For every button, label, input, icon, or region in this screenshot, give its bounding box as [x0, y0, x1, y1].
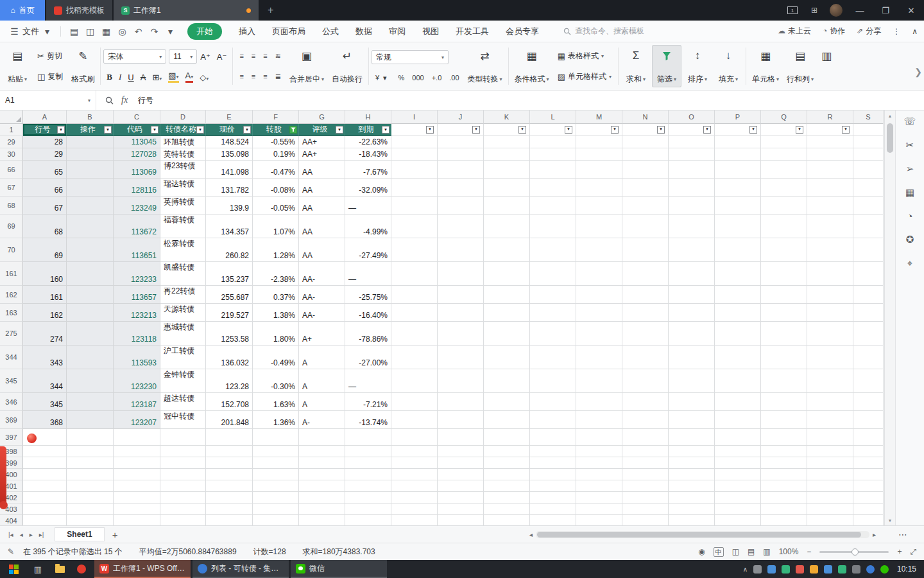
- cell-N346[interactable]: [622, 393, 669, 411]
- filter-dropdown-button[interactable]: ▼: [382, 126, 389, 134]
- screen-record-widget[interactable]: [0, 446, 6, 505]
- cell-K398[interactable]: [484, 446, 530, 457]
- cell-M345[interactable]: [576, 369, 622, 393]
- cell-M398[interactable]: [576, 446, 622, 457]
- cell-B400[interactable]: [67, 469, 114, 480]
- cell-J401[interactable]: [438, 480, 484, 492]
- increase-font-icon[interactable]: A⁺: [200, 52, 210, 62]
- home-tab[interactable]: ⌂ 首页: [0, 0, 45, 21]
- cell-S161[interactable]: [853, 262, 884, 286]
- find-replace-icon[interactable]: ⌖: [907, 258, 912, 269]
- conditional-format-button[interactable]: ▦ 条件格式▾: [511, 45, 552, 87]
- cell-L345[interactable]: [530, 369, 576, 393]
- first-sheet-icon[interactable]: |◂: [8, 531, 13, 538]
- row-header-162[interactable]: 162: [0, 286, 23, 304]
- cell-H68[interactable]: —: [345, 197, 391, 215]
- fill-button[interactable]: ↓ 填充▾: [714, 45, 743, 87]
- phone-transfer-icon[interactable]: ☏: [904, 116, 916, 127]
- cell-S66[interactable]: [853, 161, 884, 179]
- cell-I398[interactable]: [391, 446, 438, 457]
- cell-P398[interactable]: [715, 446, 761, 457]
- header-cell-H[interactable]: 到期▼: [345, 124, 391, 136]
- cell-D161[interactable]: 凯盛转债: [160, 262, 206, 286]
- page-break-view-icon[interactable]: ▥: [763, 547, 770, 556]
- tray-icon[interactable]: [810, 565, 818, 574]
- row-header-163[interactable]: 163: [0, 304, 23, 322]
- cell-F67[interactable]: -0.08%: [253, 179, 299, 197]
- cell-R68[interactable]: [807, 197, 853, 215]
- column-header-O[interactable]: O: [669, 110, 715, 124]
- cell-O67[interactable]: [669, 179, 715, 197]
- tray-icon[interactable]: [796, 565, 804, 574]
- header-cell-K[interactable]: ▼: [484, 124, 530, 136]
- cell-D162[interactable]: 再22转债: [160, 286, 206, 304]
- cell-P404[interactable]: [715, 515, 761, 525]
- clear-format-button[interactable]: ◇▾: [200, 73, 209, 82]
- cell-L66[interactable]: [530, 161, 576, 179]
- cell-R397[interactable]: [807, 429, 853, 446]
- cell-R399[interactable]: [807, 457, 853, 469]
- cell-O398[interactable]: [669, 446, 715, 457]
- header-cell-J[interactable]: ▼: [438, 124, 484, 136]
- cell-A369[interactable]: 368: [23, 411, 67, 429]
- cell-I400[interactable]: [391, 469, 438, 480]
- cell-H69[interactable]: -4.99%: [345, 215, 391, 238]
- cell-D399[interactable]: [160, 457, 206, 469]
- tray-icon[interactable]: [880, 565, 889, 574]
- cell-O346[interactable]: [669, 393, 715, 411]
- quickbar-more-icon[interactable]: ▾: [162, 26, 178, 37]
- cell-F402[interactable]: [253, 492, 299, 504]
- row-header-345[interactable]: 345: [0, 369, 23, 393]
- cell-R345[interactable]: [807, 369, 853, 393]
- cell-C162[interactable]: 113657: [114, 286, 160, 304]
- copy-button[interactable]: ◫复制: [33, 71, 67, 83]
- cell-O161[interactable]: [669, 262, 715, 286]
- share-button[interactable]: ⇗分享: [857, 26, 881, 37]
- magnifier-icon[interactable]: [105, 96, 114, 105]
- cell-B30[interactable]: [67, 148, 114, 161]
- cell-R404[interactable]: [807, 515, 853, 525]
- italic-button[interactable]: I: [119, 72, 121, 82]
- cell-S398[interactable]: [853, 446, 884, 457]
- normal-view-icon[interactable]: ◫: [732, 547, 739, 556]
- cell-J162[interactable]: [438, 286, 484, 304]
- cell-K401[interactable]: [484, 480, 530, 492]
- cell-N70[interactable]: [622, 238, 669, 262]
- cell-E275[interactable]: 1253.58: [206, 322, 253, 346]
- cell-A346[interactable]: 345: [23, 393, 67, 411]
- cell-R67[interactable]: [807, 179, 853, 197]
- chart-icon[interactable]: ◔: [907, 211, 912, 222]
- cell-D404[interactable]: [160, 515, 206, 525]
- cell-E369[interactable]: 201.848: [206, 411, 253, 429]
- cell-R163[interactable]: [807, 304, 853, 322]
- filter-dropdown-button[interactable]: ▼: [796, 126, 803, 134]
- column-header-M[interactable]: M: [576, 110, 622, 124]
- cell-G401[interactable]: [299, 480, 345, 492]
- cell-A161[interactable]: 160: [23, 262, 67, 286]
- cell-L402[interactable]: [530, 492, 576, 504]
- cell-M275[interactable]: [576, 322, 622, 346]
- cell-O399[interactable]: [669, 457, 715, 469]
- column-header-B[interactable]: B: [67, 110, 114, 124]
- cell-M400[interactable]: [576, 469, 622, 480]
- cell-Q30[interactable]: [761, 148, 807, 161]
- cell-E400[interactable]: [206, 469, 253, 480]
- cell-P69[interactable]: [715, 215, 761, 238]
- cell-N163[interactable]: [622, 304, 669, 322]
- cell-B68[interactable]: [67, 197, 114, 215]
- cell-C30[interactable]: 127028: [114, 148, 160, 161]
- filter-dropdown-button[interactable]: ▼: [196, 126, 204, 134]
- cell-O30[interactable]: [669, 148, 715, 161]
- cell-H161[interactable]: —: [345, 262, 391, 286]
- filter-dropdown-button[interactable]: ▼: [703, 126, 711, 134]
- cell-N404[interactable]: [622, 515, 669, 525]
- cell-F345[interactable]: -0.30%: [253, 369, 299, 393]
- command-search[interactable]: 查找命令、搜索模板: [563, 26, 644, 37]
- cell-I161[interactable]: [391, 262, 438, 286]
- header-cell-F[interactable]: 转股: [253, 124, 299, 136]
- cut-button[interactable]: ✂剪切: [33, 50, 67, 62]
- cell-A397[interactable]: [23, 429, 67, 446]
- cell-Q402[interactable]: [761, 492, 807, 504]
- cell-Q369[interactable]: [761, 411, 807, 429]
- row-header-29[interactable]: 29: [0, 136, 23, 148]
